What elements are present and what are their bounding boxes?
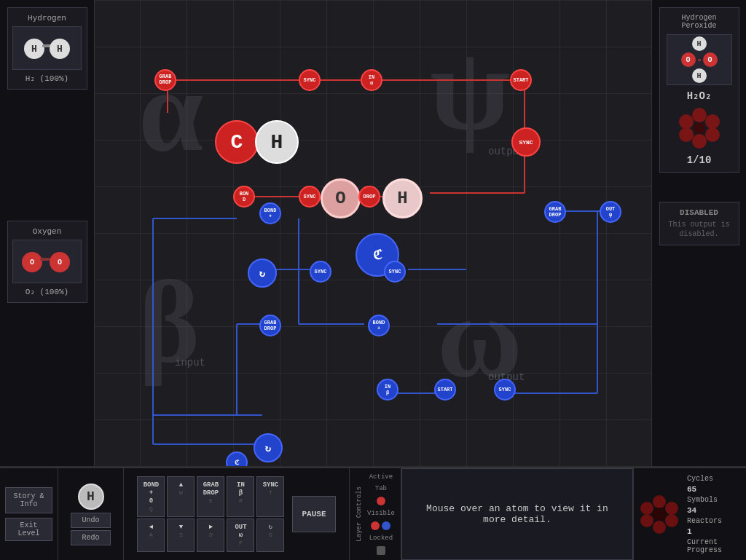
in-node-red[interactable]: INα (361, 69, 382, 91)
blue-cycle-node[interactable]: ↻ (248, 259, 277, 288)
reactors-value: 1 (687, 527, 740, 536)
sync-node-blue-lower-right[interactable]: SYNC (494, 379, 516, 401)
down-button[interactable]: ▼ S (167, 518, 195, 551)
h-badge: H (78, 484, 104, 510)
left-button[interactable]: ◄ A (137, 518, 165, 551)
h2o2-top-row: H (692, 36, 707, 51)
main-canvas[interactable]: α ψ β ω output input output (95, 0, 651, 466)
h2o2-o1: O (681, 52, 696, 67)
pause-button[interactable]: PAUSE (292, 496, 335, 532)
large-h-atom-pink[interactable]: H (382, 178, 423, 218)
in-r-button[interactable]: INβ R (227, 476, 254, 517)
visible-label: Visible (367, 510, 395, 517)
stats-flower-icon (640, 494, 680, 535)
rotate-g-button[interactable]: ↻ G (256, 518, 284, 551)
svg-point-32 (653, 495, 666, 508)
grab-drop-node-blue-right[interactable]: GRABDROP (544, 201, 566, 223)
watermark-alpha: α (138, 44, 203, 178)
tab-label: Tab (375, 485, 387, 492)
oxygen-formula: O₂ (100%) (25, 287, 68, 296)
story-exit-section: Story & Info Exit Level (0, 468, 58, 560)
output-panel: Hydrogen Peroxide H O O H H₂O₂ (659, 7, 739, 173)
layer-controls-label: Layer Controls (356, 486, 363, 542)
sigma-node[interactable]: ℭ (226, 451, 248, 466)
grab-drop-node-blue-lower[interactable]: GRABDROP (259, 315, 281, 336)
sync-node-red-top[interactable]: SYNC (299, 69, 321, 91)
visible-dot-blue[interactable] (382, 521, 390, 530)
sync-node-blue-mid[interactable]: SYNC (384, 261, 406, 283)
hydrogen-title: Hydrogen (28, 14, 66, 23)
bond-plus-node-blue[interactable]: BOND+ (259, 202, 281, 224)
active-label: Active (369, 473, 393, 481)
svg-point-38 (653, 508, 666, 521)
right-sidebar: Hydrogen Peroxide H O O H H₂O₂ (651, 0, 746, 466)
out-f-button[interactable]: OUTω F (227, 518, 254, 551)
bond-button[interactable]: BOND+0 Q (137, 476, 165, 517)
start-node-red[interactable]: START (510, 69, 532, 91)
svg-point-36 (640, 514, 653, 527)
svg-point-34 (665, 514, 678, 527)
drop-node-red[interactable]: DROP (358, 186, 380, 208)
sync-node-blue-left[interactable]: SYNC (310, 261, 331, 283)
progress-label: Current Progress (687, 538, 740, 554)
start-node-blue[interactable]: START (434, 379, 456, 401)
bon-node-red[interactable]: BOND (233, 186, 255, 208)
svg-point-1 (705, 114, 720, 129)
oxygen-atom-2: O (50, 252, 70, 272)
output-formula: H₂O₂ (687, 90, 712, 102)
action-row-2: ◄ A ▼ S ► D OUTω F ↻ G (137, 518, 284, 551)
action-buttons-section: BOND+0 Q ▲ W GRABDROP E INβ R SYNC T (124, 468, 350, 560)
h2o2-mid-row: O O (681, 52, 718, 67)
out-node-blue[interactable]: OUTψ (600, 201, 621, 223)
disabled-panel: DISABLED This output is disabled. (659, 202, 739, 245)
active-tab-dot[interactable] (377, 497, 385, 505)
up-button[interactable]: ▲ W (167, 476, 195, 517)
large-o-atom-pink[interactable]: O (321, 178, 361, 218)
layer-indicators: Active Tab Visible Locked (367, 473, 395, 555)
symbols-value: 34 (687, 506, 740, 515)
svg-point-4 (679, 127, 694, 142)
sync-node-red-right[interactable]: SYNC (511, 127, 541, 157)
undo-button[interactable]: Undo (71, 513, 110, 528)
sync-t-button[interactable]: SYNC T (256, 476, 284, 517)
locked-dot[interactable] (377, 546, 385, 555)
oxygen-title: Oxygen (33, 227, 62, 236)
info-panel: Mouse over an atom to view it in more de… (401, 468, 633, 560)
h2o2-h2: H (692, 68, 707, 83)
svg-point-3 (692, 134, 707, 149)
cycles-label: Cycles (687, 475, 740, 483)
right-button[interactable]: ► D (197, 518, 224, 551)
watermark-beta: β (138, 255, 200, 390)
oo-bond (698, 59, 701, 61)
output-title: Hydrogen Peroxide (666, 14, 733, 30)
disabled-title: DISABLED (666, 208, 733, 217)
oxygen-display: O O (12, 240, 82, 283)
redo-button[interactable]: Redo (71, 530, 110, 545)
reactors-label: Reactors (687, 517, 740, 525)
story-button[interactable]: Story & Info (5, 487, 52, 513)
stats-panel: Cycles 65 Symbols 34 Reactors 1 Current … (633, 468, 746, 560)
locked-label: Locked (369, 535, 393, 542)
blue-cycle-node-bottom[interactable]: ↻ (254, 433, 283, 462)
bottom-toolbar: Story & Info Exit Level H Undo Redo BOND… (0, 467, 746, 560)
info-text: Mouse over an atom to view it in more de… (413, 503, 621, 525)
hydrogen-atom-1: H (24, 39, 44, 59)
sync-node-red-mid[interactable]: SYNC (299, 186, 321, 208)
cycles-value: 65 (687, 485, 740, 494)
large-c-atom-red[interactable]: C (215, 120, 259, 164)
o-bond (40, 258, 50, 261)
action-row-1: BOND+0 Q ▲ W GRABDROP E INβ R SYNC T (137, 476, 284, 517)
layer-controls-section: Layer Controls Active Tab Visible Locked (350, 468, 401, 560)
visible-dots (371, 521, 390, 530)
output-count: 1/10 (687, 154, 712, 166)
visible-dot-red[interactable] (371, 521, 380, 530)
svg-point-33 (665, 502, 678, 515)
grab-drop-button[interactable]: GRABDROP E (197, 476, 224, 517)
h2o2-h1: H (692, 36, 707, 51)
bond-plus-node-blue-lower[interactable]: BOND+ (368, 315, 390, 336)
large-h-atom-white[interactable]: H (255, 120, 299, 164)
exit-button[interactable]: Exit Level (5, 518, 52, 541)
in-beta-node[interactable]: INβ (377, 379, 398, 401)
grab-drop-node-red[interactable]: GRABDROP (154, 69, 176, 91)
watermark-psi: ψ (430, 22, 510, 157)
